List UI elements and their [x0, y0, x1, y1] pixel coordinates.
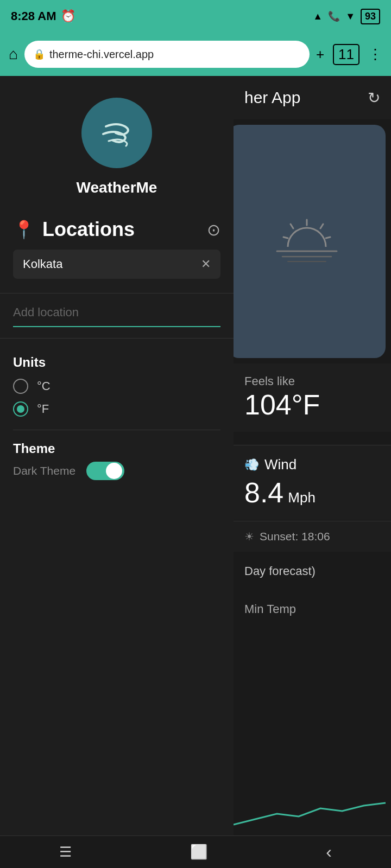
dark-theme-toggle[interactable]	[86, 462, 124, 480]
wind-unit: Mph	[288, 489, 316, 506]
min-temp-section: Min Temp	[234, 597, 391, 622]
gps-icon[interactable]: ⊙	[207, 220, 220, 239]
main-content: WeatherMe 📍 Locations ⊙ Kolkata ✕ Units	[0, 76, 391, 835]
location-name: Kolkata	[23, 257, 62, 271]
sun-icon-area	[272, 214, 342, 269]
theme-row: Dark Theme	[13, 462, 220, 480]
app-name: WeatherMe	[77, 179, 157, 196]
lock-icon: 🔒	[33, 48, 45, 60]
feels-like-section: Feels like 104°F	[234, 363, 391, 432]
sunset-section: ☀ Sunset: 18:06	[234, 521, 391, 552]
remove-location-button[interactable]: ✕	[201, 257, 211, 271]
svg-line-3	[291, 224, 293, 228]
logo-area: WeatherMe	[0, 76, 234, 207]
battery-indicator: 93	[361, 9, 380, 24]
wind-icon	[95, 111, 138, 155]
tab-count[interactable]: 11	[333, 44, 360, 65]
status-time: 8:28 AM ⏰	[11, 9, 75, 23]
svg-line-1	[320, 224, 323, 228]
sunset-weather-icon	[272, 214, 342, 269]
nav-back-button[interactable]: ‹	[326, 842, 332, 862]
svg-line-2	[326, 237, 330, 238]
locations-section: 📍 Locations ⊙ Kolkata ✕	[0, 207, 234, 293]
temperature-chart	[234, 797, 391, 830]
sidebar-drawer: WeatherMe 📍 Locations ⊙ Kolkata ✕ Units	[0, 76, 234, 835]
dark-theme-label: Dark Theme	[13, 464, 75, 477]
battery-level: 93	[365, 11, 376, 22]
svg-line-4	[283, 237, 288, 238]
wind-icon: 💨	[244, 458, 259, 472]
alarm-icon: ⏰	[61, 9, 75, 23]
chart-area	[234, 792, 391, 835]
fahrenheit-option[interactable]: °F	[13, 401, 220, 417]
wind-value: 8.4	[244, 476, 283, 509]
nav-menu-button[interactable]: ☰	[59, 844, 72, 860]
locations-header: 📍 Locations ⊙	[13, 218, 220, 241]
refresh-button[interactable]: ↻	[368, 89, 380, 107]
min-temp-label: Min Temp	[244, 602, 296, 616]
home-button[interactable]: ⌂	[9, 46, 18, 63]
add-location-section	[0, 293, 234, 339]
browser-actions: + 11 ⋮	[316, 44, 382, 65]
url-text: therme-chi.vercel.app	[49, 48, 154, 61]
wind-section: 💨 Wind 8.4 Mph	[234, 445, 391, 520]
feels-like-value: 104°F	[244, 388, 380, 421]
units-title: Units	[13, 355, 220, 370]
units-section: Units °C °F	[0, 339, 234, 430]
location-chip: Kolkata ✕	[13, 250, 220, 279]
celsius-option[interactable]: °C	[13, 379, 220, 394]
status-icons: ▲ 📞 ▼ 93	[313, 9, 380, 24]
phone-icon: 📞	[328, 10, 340, 22]
sunset-icon: ☀	[244, 530, 254, 543]
wifi-icon: ▼	[345, 11, 355, 22]
sunset-label: Sunset: 18:06	[260, 530, 330, 543]
time-display: 8:28 AM	[11, 9, 56, 23]
app-header-title: her App	[244, 88, 300, 107]
locations-left: 📍 Locations	[13, 218, 135, 241]
wind-label: Wind	[264, 456, 297, 473]
fahrenheit-radio[interactable]	[13, 401, 28, 417]
theme-title: Theme	[13, 441, 220, 456]
app-header-right: her App ↻	[234, 76, 391, 119]
day-forecast-section: Day forecast)	[234, 553, 391, 589]
toggle-knob	[106, 463, 122, 479]
menu-dots-button[interactable]: ⋮	[368, 46, 382, 63]
pin-icon: 📍	[13, 219, 35, 240]
signal-icon: ▲	[313, 11, 323, 22]
add-location-input[interactable]	[13, 299, 220, 327]
theme-section: Theme Dark Theme	[0, 430, 234, 491]
browser-bar: ⌂ 🔒 therme-chi.vercel.app + 11 ⋮	[0, 33, 391, 76]
fahrenheit-label: °F	[37, 402, 49, 416]
feels-like-label: Feels like	[244, 374, 380, 388]
new-tab-button[interactable]: +	[316, 46, 324, 63]
nav-bar: ☰ ⬜ ‹	[0, 835, 391, 868]
nav-home-button[interactable]: ⬜	[190, 844, 207, 860]
celsius-label: °C	[37, 379, 51, 393]
app-logo	[81, 98, 152, 168]
celsius-radio[interactable]	[13, 379, 28, 394]
status-bar: 8:28 AM ⏰ ▲ 📞 ▼ 93	[0, 0, 391, 33]
radio-selected-indicator	[17, 405, 24, 413]
locations-title: Locations	[42, 218, 135, 241]
weather-card	[228, 125, 386, 358]
day-forecast-label: Day forecast)	[244, 564, 316, 578]
url-bar[interactable]: 🔒 therme-chi.vercel.app	[24, 41, 310, 68]
